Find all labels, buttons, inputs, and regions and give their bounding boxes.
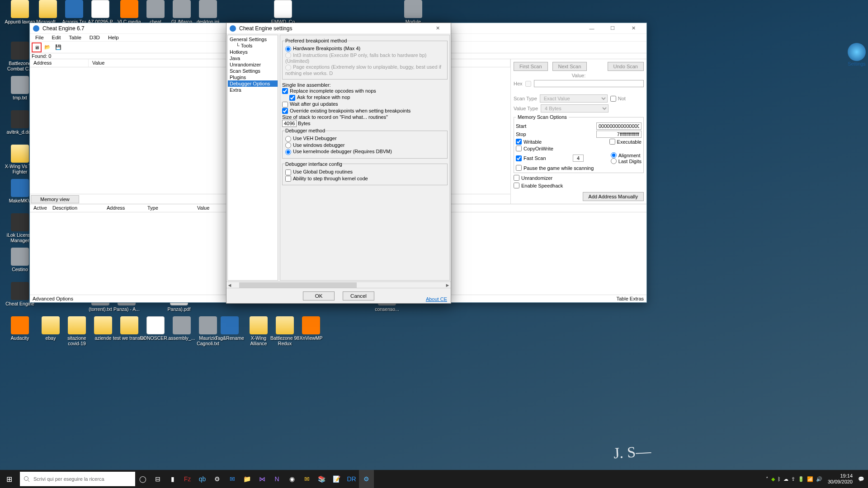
value-input[interactable] (534, 80, 644, 87)
desktop-icon[interactable]: desktop.ini (192, 0, 224, 24)
desktop-icon[interactable]: Module (397, 0, 429, 24)
tray-usb-icon[interactable]: ⇪ (791, 476, 795, 482)
settings-titlebar[interactable]: Cheat Engine settings ✕ (226, 23, 451, 34)
cortana-icon[interactable]: ◯ (135, 470, 150, 488)
menu-table[interactable]: Table (65, 34, 85, 41)
maximize-button[interactable]: ☐ (602, 23, 623, 34)
lastdigits-radio[interactable] (611, 158, 617, 164)
notepad-icon[interactable]: 📝 (329, 470, 344, 488)
taskbar-clock[interactable]: 19:1430/09/2020 (825, 473, 855, 485)
menu-edit[interactable]: Edit (48, 34, 65, 41)
add-address-button[interactable]: Add Address Manually (583, 192, 644, 201)
settings-dialog: Cheat Engine settings ✕ General Settings… (226, 23, 451, 304)
cheatengine-taskbar-icon[interactable]: ⚙ (359, 470, 374, 488)
undo-scan-button[interactable]: Undo Scan (608, 62, 644, 71)
vs-icon[interactable]: ⋈ (255, 470, 269, 488)
menu-d3d[interactable]: D3D (86, 34, 104, 41)
global-debug-checkbox[interactable]: Use Global Debug routines (285, 169, 444, 175)
onenote-icon[interactable]: N (269, 470, 284, 488)
dr-icon[interactable]: DR (344, 470, 359, 488)
save-button[interactable]: 💾 (53, 42, 63, 52)
search-box[interactable]: Scrivi qui per eseguire la ricerca (20, 472, 135, 486)
outlook-icon[interactable]: ✉ (299, 470, 314, 488)
tray-bt-icon[interactable]: ᛒ (778, 476, 781, 482)
cow-checkbox[interactable] (516, 145, 522, 151)
settings-tree[interactable]: General Settings└ ToolsHotkeysJavaUnrand… (227, 35, 278, 281)
panel-hscrollbar[interactable]: ◄► (226, 282, 451, 288)
settings-icon[interactable]: ⚙ (210, 470, 225, 488)
writable-checkbox[interactable] (516, 139, 522, 145)
settings-floater[interactable]: Settings (848, 43, 866, 66)
menu-file[interactable]: File (32, 34, 47, 41)
desktop-icon[interactable]: Tag&Rename (213, 316, 246, 341)
col-address[interactable]: Address (30, 59, 89, 67)
qbittorrent-icon[interactable]: qb (195, 470, 210, 488)
tree-java[interactable]: Java (228, 55, 278, 61)
taskview-icon[interactable]: ⊟ (150, 470, 165, 488)
start-input[interactable] (596, 122, 642, 130)
tree-general-settings[interactable]: General Settings (228, 36, 278, 42)
fastscan-value[interactable] (573, 155, 584, 162)
settings-close-button[interactable]: ✕ (427, 23, 448, 34)
not-checkbox[interactable] (610, 96, 616, 102)
wait-gui-checkbox[interactable]: Wait after gui updates (282, 101, 448, 108)
fastscan-checkbox[interactable] (516, 155, 522, 161)
open-file-button[interactable]: 📂 (42, 42, 52, 52)
scan-type-select[interactable]: Exact Value (540, 94, 608, 103)
minimize-button[interactable]: ― (581, 23, 602, 34)
tree-scan-settings[interactable]: Scan Settings (228, 68, 278, 74)
speedhack-checkbox[interactable] (514, 183, 519, 188)
close-button[interactable]: ✕ (623, 23, 644, 34)
mail-icon[interactable]: ✉ (225, 470, 240, 488)
tree-debugger-options[interactable]: Debugger Options (228, 80, 278, 87)
explorer-icon[interactable]: 📁 (240, 470, 255, 488)
executable-checkbox[interactable] (609, 139, 615, 145)
table-extras[interactable]: Table Extras (616, 296, 644, 301)
tree-hotkeys[interactable]: Hotkeys (228, 49, 278, 55)
unrandomizer-checkbox[interactable] (514, 175, 519, 181)
kernel-radio[interactable]: Use kernelmode debugger (Requires DBVM) (285, 149, 444, 155)
chrome-icon[interactable]: ◉ (284, 470, 299, 488)
alignment-radio[interactable] (611, 152, 617, 158)
replace-nops-checkbox[interactable]: Replace incomplete opcodes with nops (282, 88, 448, 94)
terminal-icon[interactable]: ▮ (165, 470, 180, 488)
step-kernel-checkbox[interactable]: Ability to step through kernel code (285, 176, 444, 182)
stack-size-input[interactable] (282, 120, 297, 127)
desktop-icon[interactable]: Audacity (4, 316, 36, 341)
ask-nop-checkbox[interactable]: Ask for replace with nop (282, 94, 448, 101)
windbg-radio[interactable]: Use windows debugger (285, 142, 444, 149)
value-type-select[interactable]: 4 Bytes (541, 104, 609, 113)
stop-input[interactable] (596, 131, 642, 138)
tray-battery-icon[interactable]: 🔋 (798, 476, 804, 482)
tray-onedrive-icon[interactable]: ☁ (783, 476, 788, 482)
tree-extra[interactable]: Extra (228, 87, 278, 93)
about-link[interactable]: About CE (426, 296, 447, 302)
pause-checkbox[interactable] (516, 165, 522, 171)
tree-plugins[interactable]: Plugins (228, 74, 278, 80)
filezilla-icon[interactable]: Fz (180, 470, 195, 488)
next-scan-button[interactable]: Next Scan (552, 62, 587, 71)
desktop-icon[interactable]: EMWD_Co (267, 0, 299, 24)
hex-checkbox[interactable] (525, 81, 531, 87)
menu-help[interactable]: Help (104, 34, 123, 41)
start-button[interactable]: ⊞ (0, 470, 18, 488)
tray-nvidia-icon[interactable]: ◆ (771, 476, 775, 482)
tree-unrandomizer[interactable]: Unrandomizer (228, 61, 278, 68)
cancel-button[interactable]: Cancel (343, 291, 374, 300)
first-scan-button[interactable]: First Scan (514, 62, 548, 71)
bp-hw-radio[interactable]: Hardware Breakpoints (Max 4) (285, 46, 444, 52)
tray-volume-icon[interactable]: 🔊 (816, 476, 822, 482)
veh-radio[interactable]: Use VEH Debugger (285, 136, 444, 142)
open-process-button[interactable]: 🖥 (32, 42, 42, 52)
tray-wifi-icon[interactable]: 📶 (807, 476, 813, 482)
memory-view-button[interactable]: Memory view (31, 195, 79, 203)
override-bp-checkbox[interactable]: Override existing breakpoints when setti… (282, 108, 448, 114)
tray-notifications-icon[interactable]: 💬 (858, 476, 864, 482)
advanced-options[interactable]: Advanced Options (33, 296, 73, 301)
desktop-icon[interactable]: AZ 00295 P (84, 0, 117, 24)
tray-chevron-icon[interactable]: ˄ (766, 476, 769, 482)
ok-button[interactable]: OK (303, 291, 335, 300)
winrar-icon[interactable]: 📚 (314, 470, 329, 488)
desktop-icon[interactable]: XnViewMP (295, 316, 327, 341)
tree-tools[interactable]: └ Tools (228, 42, 278, 49)
